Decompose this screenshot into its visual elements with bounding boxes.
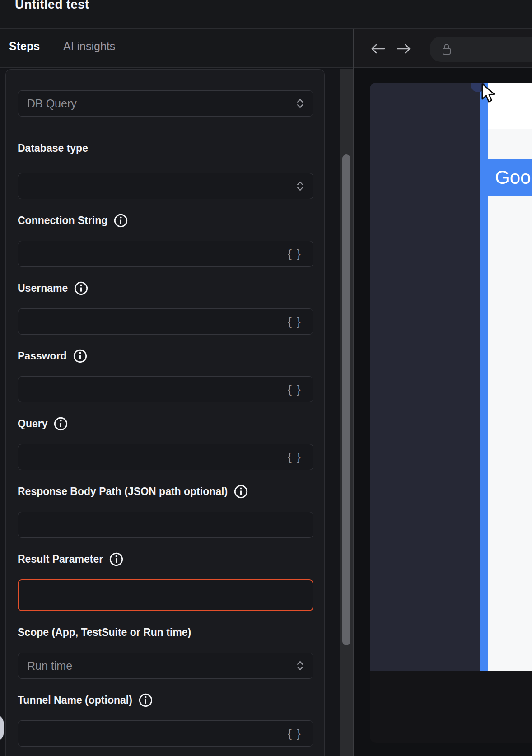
info-icon[interactable] — [73, 349, 88, 364]
field-connection-string: Connection String{ } — [18, 213, 313, 267]
address-bar[interactable] — [430, 37, 532, 62]
tab-ai-insights[interactable]: AI insights — [63, 40, 115, 53]
field-label-row: Scope (App, TestSuite or Run time) — [18, 625, 313, 640]
select-chevron — [287, 173, 313, 199]
tab-bar: Steps AI insights — [0, 29, 353, 68]
input-wrap-tunnel-name[interactable]: { } — [18, 720, 313, 747]
select-chevron — [287, 653, 313, 678]
select-value — [18, 173, 287, 199]
app-window: Untitled test Steps AI insights DB Query… — [0, 0, 532, 756]
chevron-updown-icon — [296, 98, 304, 109]
input-wrap-response-body-path[interactable] — [18, 512, 313, 538]
info-icon[interactable] — [233, 484, 248, 499]
info-icon[interactable] — [53, 416, 68, 431]
field-label-row: Response Body Path (JSON path optional) — [18, 484, 313, 499]
google-brand-text: Goog — [488, 167, 532, 188]
insert-parameter-button[interactable]: { } — [276, 377, 313, 402]
field-query: Query{ } — [18, 416, 313, 470]
field-response-body-path: Response Body Path (JSON path optional) — [18, 484, 313, 538]
preview-card: Goog 01: — [370, 83, 532, 743]
field-label-row: Tunnel Name (optional) — [18, 692, 313, 708]
select-step-type[interactable]: DB Query — [18, 90, 313, 117]
info-icon[interactable] — [138, 693, 153, 708]
info-icon[interactable] — [74, 281, 89, 296]
input-query[interactable] — [18, 444, 276, 470]
field-label-row: Query — [18, 416, 313, 431]
google-brand-band: Goog — [488, 159, 532, 196]
field-label-row: Connection String — [18, 213, 313, 228]
field-tunnel-name: Tunnel Name (optional){ } — [18, 692, 313, 747]
field-database-type: Database type — [18, 140, 313, 199]
select-database-type[interactable] — [18, 173, 313, 199]
field-label: Database type — [18, 142, 88, 154]
field-label-row: Username — [18, 280, 313, 296]
input-wrap-password[interactable]: { } — [18, 376, 313, 402]
insert-parameter-button[interactable]: { } — [276, 444, 313, 470]
field-label: Connection String — [18, 215, 107, 227]
step-form-scroll-area: DB QueryDatabase typeConnection String{ … — [0, 69, 353, 756]
browser-preview-pane: Goog 01: — [354, 29, 532, 756]
browser-toolbar — [354, 29, 532, 68]
cursor-icon — [480, 83, 497, 103]
field-username: Username{ } — [18, 280, 313, 335]
field-label: Response Body Path (JSON path optional) — [18, 485, 228, 498]
test-title: Untitled test — [15, 0, 89, 12]
input-wrap-query[interactable]: { } — [18, 444, 313, 470]
insert-parameter-button[interactable]: { } — [276, 241, 313, 266]
input-wrap-connection-string[interactable]: { } — [18, 241, 313, 267]
page-gray-section-lower — [488, 196, 532, 671]
field-password: Password{ } — [18, 348, 313, 402]
field-label: Query — [18, 418, 47, 430]
preview-content: Goog 01: — [354, 69, 532, 756]
input-connection-string[interactable] — [18, 241, 276, 266]
field-label: Result Parameter — [18, 553, 103, 565]
input-wrap-result-parameter[interactable] — [18, 579, 313, 611]
info-icon[interactable] — [109, 552, 124, 567]
step-config-pane: Steps AI insights DB QueryDatabase typeC… — [0, 29, 353, 756]
input-result-parameter[interactable] — [19, 580, 313, 610]
db-query-form: DB QueryDatabase typeConnection String{ … — [18, 90, 313, 747]
field-step-type: DB Query — [18, 90, 313, 117]
field-result-parameter: Result Parameter — [18, 551, 313, 611]
input-wrap-username[interactable]: { } — [18, 308, 313, 335]
page-gray-section — [488, 129, 532, 159]
back-button[interactable] — [370, 43, 386, 55]
select-value: DB Query — [18, 91, 287, 116]
field-label-row: Database type — [18, 140, 313, 156]
chevron-updown-icon — [296, 180, 304, 192]
form-scrollbar-thumb[interactable] — [342, 154, 350, 645]
preview-dark-region — [370, 83, 480, 671]
field-label-row: Result Parameter — [18, 551, 313, 567]
insert-parameter-button[interactable]: { } — [276, 309, 313, 334]
field-label: Scope (App, TestSuite or Run time) — [18, 626, 191, 639]
step-config-card: DB QueryDatabase typeConnection String{ … — [5, 69, 325, 756]
input-tunnel-name[interactable] — [18, 721, 276, 746]
select-value: Run time — [18, 653, 287, 678]
form-scrollbar[interactable] — [340, 69, 353, 756]
select-scope[interactable]: Run time — [18, 653, 313, 679]
preview-page-region: Goog — [488, 83, 532, 671]
chevron-updown-icon — [296, 660, 304, 672]
expand-sidebar-handle[interactable] — [0, 715, 4, 741]
preview-blue-bar — [480, 83, 488, 671]
insert-parameter-button[interactable]: { } — [276, 721, 313, 746]
field-label: Username — [18, 282, 68, 294]
playback-controls-bar[interactable]: 01: — [370, 671, 532, 743]
window-header: Untitled test — [0, 0, 532, 29]
field-scope: Scope (App, TestSuite or Run time)Run ti… — [18, 625, 313, 679]
select-chevron — [287, 91, 313, 116]
lock-icon — [441, 42, 452, 56]
forward-button[interactable] — [396, 43, 412, 55]
info-icon[interactable] — [113, 213, 128, 228]
field-label-row: Password — [18, 348, 313, 364]
tab-steps[interactable]: Steps — [9, 40, 40, 53]
input-response-body-path[interactable] — [18, 512, 313, 537]
input-password[interactable] — [18, 377, 276, 402]
field-label: Password — [18, 350, 67, 362]
field-label: Tunnel Name (optional) — [18, 694, 132, 706]
preview-screen[interactable]: Goog — [370, 83, 532, 671]
input-username[interactable] — [18, 309, 276, 334]
